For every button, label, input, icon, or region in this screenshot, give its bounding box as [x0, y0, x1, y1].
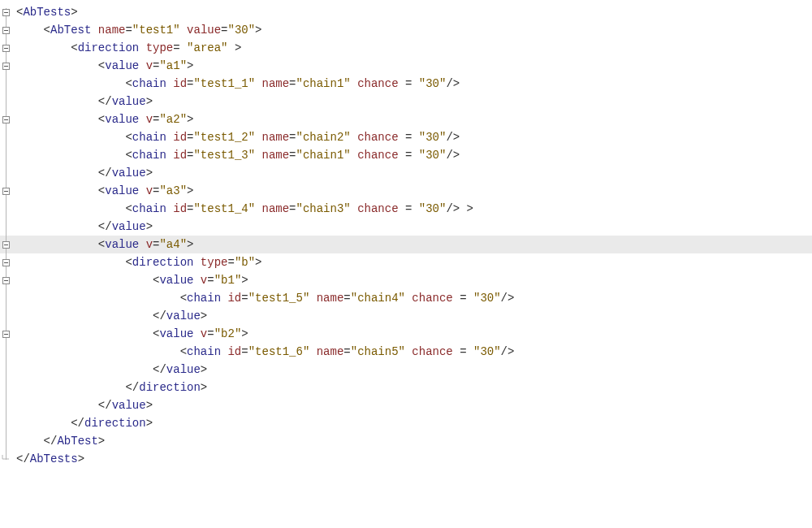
code-line[interactable]: <value v="a2"> [16, 110, 812, 128]
token-tag: value [105, 113, 139, 126]
fold-minus-icon[interactable] [0, 26, 11, 34]
code-line[interactable]: <value v="a1"> [16, 57, 812, 75]
token-pun [139, 59, 145, 72]
token-pun: = [289, 131, 296, 144]
code-line[interactable]: <chain id="test1_1" name="chain1" chance… [16, 75, 812, 93]
token-attr: id [173, 77, 187, 90]
token-val: "b1" [214, 274, 242, 287]
code-line[interactable]: <direction type="b"> [16, 253, 812, 271]
token-pun [91, 24, 97, 37]
token-pun: > [187, 238, 193, 251]
code-line[interactable]: <chain id="test1_2" name="chain2" chance… [16, 128, 812, 146]
token-val: "test1_6" [248, 345, 310, 358]
fold-minus-icon[interactable] [0, 240, 11, 249]
code-line[interactable]: <chain id="test1_4" name="chain3" chance… [16, 200, 812, 218]
token-pun: > [146, 167, 153, 180]
code-line[interactable]: <AbTests> [16, 3, 812, 21]
token-val: "test1_5" [248, 292, 310, 305]
code-line[interactable]: <chain id="test1_6" name="chain5" chance… [16, 343, 812, 361]
fold-minus-icon[interactable] [0, 187, 11, 195]
token-pun [166, 202, 173, 215]
token-pun: /> [446, 77, 460, 90]
token-pun: > [187, 184, 193, 197]
token-pun: > [201, 309, 207, 322]
token-pun [351, 149, 357, 162]
code-line[interactable]: </value> [16, 164, 812, 182]
token-attr: name [317, 345, 344, 358]
fold-minus-icon[interactable] [0, 62, 11, 70]
code-line[interactable]: <AbTest name="test1" value="30"> [16, 21, 812, 39]
token-pun: > [187, 113, 193, 126]
token-pun: /> [501, 345, 515, 358]
token-pun: = [289, 77, 296, 90]
token-pun [180, 24, 187, 37]
token-attr: type [201, 256, 228, 269]
code-line[interactable]: </direction> [16, 414, 812, 432]
token-val: "chain1" [296, 77, 351, 90]
token-pun: > [201, 363, 207, 376]
code-line[interactable]: </value> [16, 93, 812, 110]
token-attr: v [146, 59, 153, 72]
token-val: "chain4" [351, 292, 405, 305]
token-pun: > [241, 327, 248, 340]
fold-minus-icon[interactable] [0, 115, 11, 123]
fold-minus-icon[interactable] [0, 44, 11, 52]
fold-minus-icon[interactable] [0, 330, 11, 338]
token-pun: < [98, 238, 105, 251]
code-line[interactable]: <value v="a4"> [0, 236, 812, 253]
code-line[interactable]: <direction type= "area" > [16, 39, 812, 57]
code-line[interactable]: </value> [16, 307, 812, 325]
token-pun [139, 238, 145, 251]
code-line[interactable]: </AbTest> [16, 432, 812, 450]
code-line[interactable]: <value v="b1"> [16, 271, 812, 289]
code-line[interactable]: <value v="b2"> [16, 325, 812, 343]
fold-minus-icon[interactable] [0, 258, 11, 266]
token-tag: value [166, 363, 201, 376]
token-pun [309, 345, 316, 358]
code-line[interactable]: <value v="a3"> [16, 182, 812, 200]
token-val: "a1" [159, 59, 187, 72]
token-pun: < [125, 256, 132, 269]
token-val: "a4" [159, 238, 187, 251]
token-attr: v [201, 327, 207, 340]
token-attr: chance [412, 292, 452, 305]
token-pun: > [255, 24, 261, 37]
token-pun: /> [501, 292, 515, 305]
token-pun: = [289, 202, 296, 215]
token-pun: = [399, 131, 419, 144]
code-line[interactable]: </value> [16, 396, 812, 414]
code-line[interactable]: </direction> [16, 379, 812, 396]
code-line[interactable]: </value> [16, 361, 812, 379]
token-pun: > [98, 435, 105, 448]
code-line[interactable]: </value> [16, 218, 812, 236]
token-pun: < [98, 113, 105, 126]
token-tag: value [112, 95, 146, 108]
token-val: "test1_1" [193, 77, 255, 90]
token-attr: v [146, 113, 153, 126]
token-attr: chance [357, 202, 398, 215]
code-line[interactable]: </AbTests> [16, 450, 812, 468]
token-pun: = [125, 24, 132, 37]
token-tag: AbTest [50, 24, 91, 37]
code-line[interactable]: <chain id="test1_3" name="chain1" chance… [16, 146, 812, 164]
fold-minus-icon[interactable] [0, 8, 11, 16]
token-tag: value [105, 238, 139, 251]
token-pun: > [146, 95, 153, 108]
token-pun: = [399, 202, 419, 215]
token-pun: < [125, 149, 132, 162]
token-tag: value [166, 309, 201, 322]
token-attr: id [173, 131, 187, 144]
code-line[interactable]: <chain id="test1_5" name="chain4" chance… [16, 289, 812, 307]
token-attr: id [173, 149, 187, 162]
token-pun [351, 77, 357, 90]
token-pun: > [228, 41, 242, 54]
fold-minus-icon[interactable] [0, 276, 11, 284]
token-pun: /> > [446, 202, 473, 215]
token-pun [139, 41, 145, 54]
token-tag: chain [187, 345, 221, 358]
token-pun: = [453, 345, 473, 358]
code-editor[interactable]: <AbTests> <AbTest name="test1" value="30… [0, 3, 812, 468]
token-pun: > [78, 452, 84, 465]
token-attr: type [146, 41, 174, 54]
token-attr: name [262, 149, 290, 162]
